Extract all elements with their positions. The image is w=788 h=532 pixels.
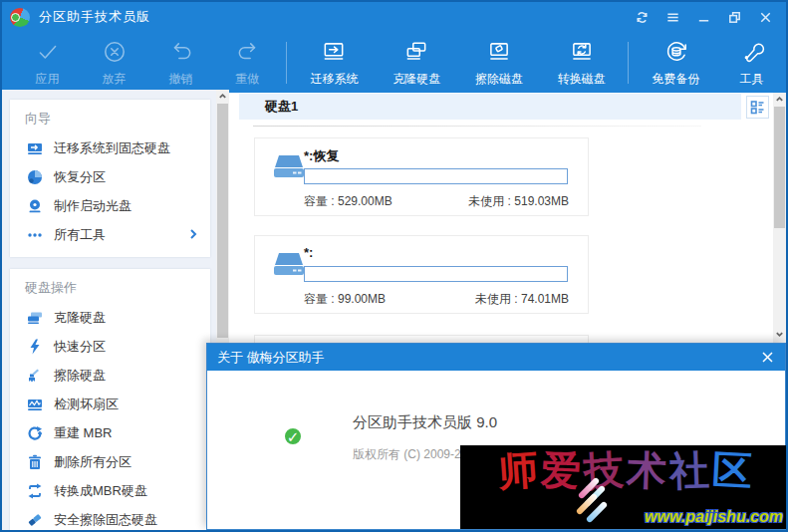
chevron-right-icon (187, 228, 199, 240)
apply-button[interactable]: 应用 (14, 34, 81, 88)
sidebar-item-label: 恢复分区 (54, 168, 106, 186)
product-logo-icon: ✓ (281, 414, 337, 466)
scroll-down-arrow[interactable] (773, 328, 786, 341)
sidebar-item-label: 迁移系统到固态硬盘 (54, 139, 170, 157)
scrollbar-thumb[interactable] (774, 107, 785, 228)
all-tools-dots-icon (27, 227, 43, 243)
sidebar-item-label: 快速分区 (54, 338, 106, 356)
scrollbar-thumb[interactable] (217, 104, 228, 338)
redo-button[interactable]: 重做 (214, 34, 281, 88)
crayons-icon (566, 479, 612, 523)
sidebar-item-rebuild-mbr[interactable]: 重建 MBR (10, 418, 210, 447)
migrate-system-label: 迁移系统 (310, 71, 358, 88)
sidebar-item-label: 安全擦除固态硬盘 (54, 511, 157, 529)
wipe-disk-label: 擦除磁盘 (475, 71, 523, 88)
close-icon[interactable] (757, 9, 774, 26)
partition-capacity: 容量 : 99.00MB (304, 291, 386, 308)
logo-check-badge (11, 13, 20, 22)
refresh-icon[interactable] (634, 9, 651, 26)
migrate-system-button[interactable]: 迁移系统 (293, 34, 376, 88)
wipe-disk-icon (486, 39, 512, 68)
redo-label: 重做 (236, 71, 260, 88)
tools-wrench-icon (739, 39, 765, 68)
watermark-char: 术 (626, 448, 667, 493)
free-backup-button[interactable]: 免费备份 (635, 34, 717, 88)
watermark-url: www.paijishu.com (645, 508, 783, 526)
disk-header: 硬盘1 (239, 94, 741, 120)
disk-title: 硬盘1 (265, 98, 298, 116)
redo-icon (235, 39, 261, 68)
disk-drive-icon (272, 252, 306, 280)
clone-disk-icon (27, 310, 43, 326)
section-title: 向导 (10, 104, 210, 133)
trash-icon (27, 454, 43, 470)
tools-button[interactable]: 工具 (717, 34, 786, 88)
logo-check-badge: ✓ (282, 425, 304, 447)
lightning-icon (27, 339, 43, 355)
clone-disk-icon (403, 39, 429, 68)
scroll-up-arrow[interactable] (773, 93, 786, 106)
sidebar-item-label: 删除所有分区 (54, 453, 131, 471)
partition-name: *:恢复 (304, 147, 339, 165)
sidebar-item-boot-disc[interactable]: 制作启动光盘 (10, 191, 210, 220)
undo-button[interactable]: 撤销 (147, 34, 214, 88)
discard-button[interactable]: 放弃 (81, 34, 147, 88)
free-backup-icon (663, 39, 689, 68)
clone-disk-label: 克隆硬盘 (393, 71, 440, 88)
section-title: 硬盘操作 (10, 273, 210, 303)
sidebar-item-label: 重建 MBR (54, 424, 113, 442)
undo-icon (168, 39, 194, 68)
watermark-char: 区 (710, 448, 752, 494)
wipe-disk-button[interactable]: 擦除磁盘 (458, 34, 541, 88)
app-logo-icon (10, 8, 30, 27)
sidebar-item-clone-disk[interactable]: 克隆硬盘 (10, 303, 210, 332)
sidebar-item-check-bad-sectors[interactable]: 检测坏扇区 (10, 390, 210, 418)
rebuild-mbr-icon (27, 425, 43, 441)
partition-card[interactable]: *: 容量 : 99.00MB 未使用 : 74.01MB (254, 235, 589, 314)
window-title: 分区助手技术员版 (39, 8, 150, 26)
toolbar: 应用 放弃 撤销 重做 迁移系统 克隆硬盘 擦除磁盘 转换磁盘 (2, 32, 786, 90)
toolbar-separator (628, 42, 629, 84)
toolbar-separator (286, 42, 287, 84)
sidebar-item-delete-all-partitions[interactable]: 删除所有分区 (10, 447, 210, 476)
sidebar-item-label: 制作启动光盘 (54, 197, 131, 215)
sidebar-item-all-tools[interactable]: 所有工具 (10, 220, 210, 249)
partition-captions: 容量 : 99.00MB 未使用 : 74.01MB (304, 291, 569, 308)
migrate-ssd-icon (27, 140, 43, 156)
convert-disk-button[interactable]: 转换磁盘 (540, 34, 623, 88)
partition-usage-bar (304, 168, 568, 184)
sidebar-item-label: 擦除硬盘 (54, 367, 106, 385)
sidebar-section-wizard: 向导 迁移系统到固态硬盘 恢复分区 制作启动光盘 所有工具 (10, 100, 210, 257)
dialog-titlebar: 关于 傲梅分区助手 (207, 344, 785, 371)
sidebar-item-label: 所有工具 (54, 226, 106, 244)
convert-disk-label: 转换磁盘 (558, 71, 606, 88)
discard-label: 放弃 (103, 71, 127, 88)
clone-disk-button[interactable]: 克隆硬盘 (376, 34, 458, 88)
secure-erase-icon (27, 512, 43, 528)
sidebar-item-quick-partition[interactable]: 快速分区 (10, 332, 210, 361)
sidebar-item-label: 检测坏扇区 (54, 396, 119, 413)
boot-disc-icon (27, 198, 43, 214)
partition-captions: 容量 : 529.00MB 未使用 : 519.03MB (304, 193, 569, 210)
sidebar-item-convert-to-mbr[interactable]: 转换成MBR硬盘 (10, 476, 210, 505)
watermark-char: 社 (668, 448, 710, 493)
sidebar-item-wipe-disk[interactable]: 擦除硬盘 (10, 361, 210, 390)
partition-card[interactable]: *:恢复 容量 : 529.00MB 未使用 : 519.03MB (254, 137, 589, 216)
sidebar: 向导 迁移系统到固态硬盘 恢复分区 制作启动光盘 所有工具 (2, 90, 216, 530)
view-toggle-button[interactable] (746, 96, 769, 119)
scroll-up-arrow[interactable] (216, 90, 229, 103)
restore-icon[interactable] (726, 9, 743, 26)
sidebar-item-secure-erase-ssd[interactable]: 安全擦除固态硬盘 (10, 505, 210, 532)
convert-disk-icon (569, 39, 595, 68)
sidebar-item-migrate-ssd[interactable]: 迁移系统到固态硬盘 (10, 133, 210, 162)
disk-drive-icon (272, 154, 306, 182)
partition-unused: 未使用 : 519.03MB (468, 193, 569, 210)
menu-icon[interactable] (664, 9, 681, 26)
window-controls (634, 9, 778, 26)
minimize-icon[interactable] (695, 9, 712, 26)
titlebar: 分区助手技术员版 (2, 2, 786, 32)
sidebar-item-recover-partition[interactable]: 恢复分区 (10, 162, 210, 191)
watermark-char: 师 (496, 448, 539, 495)
dialog-close-icon[interactable] (759, 350, 775, 366)
tools-label: 工具 (740, 71, 764, 88)
